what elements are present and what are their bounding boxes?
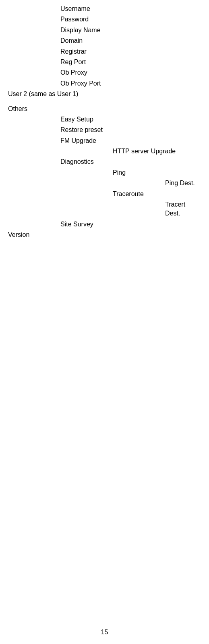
diagnostics-label: Diagnostics xyxy=(60,158,94,165)
tree-item-others: Others xyxy=(8,104,201,114)
reg-port-label: Reg Port xyxy=(60,59,86,65)
display-name-label: Display Name xyxy=(60,27,101,33)
version-label: Version xyxy=(8,231,29,238)
tree-item-domain: Domain xyxy=(60,36,201,46)
tree-item-restore-preset: Restore preset xyxy=(60,125,201,135)
http-server-upgrade-label: HTTP server Upgrade xyxy=(113,148,176,155)
tree-item-site-survey: Site Survey xyxy=(60,220,201,229)
ping-label: Ping xyxy=(113,169,126,176)
user2-label: User 2 (same as User 1) xyxy=(8,90,78,97)
fm-upgrade-label: FM Upgrade xyxy=(60,137,96,144)
registrar-label: Registrar xyxy=(60,48,87,55)
tree-item-display-name: Display Name xyxy=(60,25,201,35)
tree-item-http-server-upgrade: HTTP server Upgrade xyxy=(113,146,201,156)
tree-item-user2: User 2 (same as User 1) xyxy=(8,89,201,99)
username-label: Username xyxy=(60,5,90,12)
ping-dest-label: Ping Dest. xyxy=(165,180,195,186)
ob-proxy-label: Ob Proxy xyxy=(60,69,87,76)
tree-item-registrar: Registrar xyxy=(60,47,201,56)
tree-item-version: Version xyxy=(8,230,201,240)
tree-item-easy-setup: Easy Setup xyxy=(60,115,201,124)
traceroute-label: Traceroute xyxy=(113,190,144,197)
tree-item-ping-dest: Ping Dest. xyxy=(165,178,201,188)
password-label: Password xyxy=(60,16,89,23)
tree-item-password: Password xyxy=(60,15,201,24)
tree-item-traceroute: Traceroute xyxy=(113,189,201,199)
ob-proxy-port-label: Ob Proxy Port xyxy=(60,80,101,87)
tree-item-ping: Ping xyxy=(113,168,201,178)
restore-preset-label: Restore preset xyxy=(60,126,103,133)
tree-item-diagnostics: Diagnostics xyxy=(60,157,201,167)
page-number: 15 xyxy=(101,629,108,636)
easy-setup-label: Easy Setup xyxy=(60,116,93,123)
others-label: Others xyxy=(8,105,27,112)
tree-item-reg-port: Reg Port xyxy=(60,57,201,67)
tree-item-tracert-dest: Tracert Dest. xyxy=(165,200,201,219)
tree-item-fm-upgrade: FM Upgrade xyxy=(60,136,201,146)
domain-label: Domain xyxy=(60,37,83,44)
tree-item-username: Username xyxy=(60,4,201,14)
site-survey-label: Site Survey xyxy=(60,221,93,228)
tracert-dest-label: Tracert Dest. xyxy=(165,201,185,217)
tree-item-ob-proxy: Ob Proxy xyxy=(60,68,201,77)
tree-item-ob-proxy-port: Ob Proxy Port xyxy=(60,79,201,88)
